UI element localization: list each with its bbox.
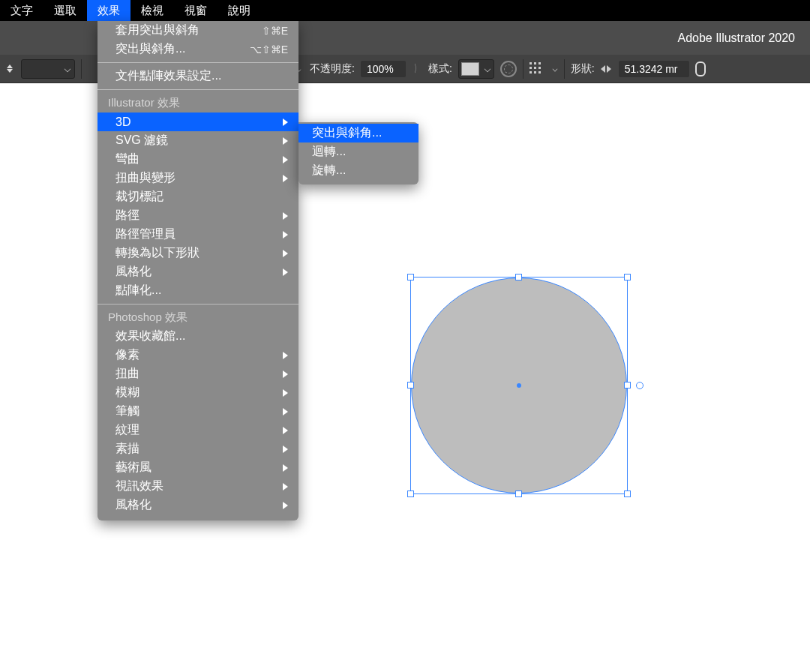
menuitem-3d-rotate[interactable]: 旋轉...: [298, 161, 418, 180]
menu-window[interactable]: 視窗: [174, 0, 218, 21]
submenu-arrow-icon: [283, 352, 288, 359]
submenu-arrow-icon: [283, 156, 288, 164]
align-icon[interactable]: [530, 62, 546, 76]
menuitem-stylize-ps[interactable]: 風格化: [98, 496, 298, 514]
menuitem-3d-revolve[interactable]: 迴轉...: [298, 142, 418, 161]
resize-handle[interactable]: [624, 382, 631, 388]
menu-view[interactable]: 檢視: [130, 0, 174, 21]
stroke-weight-stepper[interactable]: [4, 61, 15, 77]
divider: [564, 59, 565, 79]
menu-select[interactable]: 選取: [44, 0, 87, 21]
stroke-weight-combo[interactable]: [21, 59, 75, 79]
menuitem-effect-gallery[interactable]: 效果收藏館...: [98, 327, 298, 346]
submenu-arrow-icon: [283, 118, 288, 126]
menuitem-sketch[interactable]: 素描: [98, 440, 298, 458]
chevron-right-icon[interactable]: 〉: [414, 62, 420, 76]
menuitem-path[interactable]: 路徑: [98, 206, 298, 225]
menu-separator: [98, 62, 298, 63]
section-photoshop-effects: Photoshop 效果: [98, 308, 298, 327]
divider: [81, 59, 82, 79]
submenu-arrow-icon: [283, 389, 288, 397]
chevron-down-icon[interactable]: [552, 66, 557, 71]
menuitem-brush-strokes[interactable]: 筆觸: [98, 402, 298, 421]
submenu-arrow-icon: [283, 212, 288, 220]
submenu-arrow-icon: [283, 464, 288, 472]
menuitem-stylize-ai[interactable]: 風格化: [98, 262, 298, 281]
submenu-arrow-icon: [283, 446, 288, 453]
recolor-artwork-icon[interactable]: [500, 61, 517, 77]
submenu-3d: 突出與斜角... 迴轉... 旋轉...: [298, 122, 418, 184]
link-icon[interactable]: [695, 62, 706, 76]
menu-separator: [98, 304, 298, 304]
app-menubar: 文字 選取 效果 檢視 視窗 說明: [0, 0, 810, 21]
resize-handle[interactable]: [515, 274, 522, 280]
submenu-arrow-icon: [283, 502, 288, 509]
menuitem-warp[interactable]: 彎曲: [98, 150, 298, 169]
graphic-style-combo[interactable]: [458, 59, 494, 79]
menuitem-distort-ps[interactable]: 扭曲: [98, 364, 298, 383]
menuitem-blur[interactable]: 模糊: [98, 383, 298, 402]
resize-handle[interactable]: [407, 382, 414, 388]
menuitem-svg-filters[interactable]: SVG 濾鏡: [98, 131, 298, 150]
menuitem-artistic[interactable]: 藝術風: [98, 458, 298, 477]
selection-bounding-box[interactable]: [410, 277, 628, 494]
menuitem-video[interactable]: 視訊效果: [98, 477, 298, 496]
menuitem-apply-last-effect[interactable]: 套用突出與斜角 ⇧⌘E: [98, 21, 298, 40]
submenu-arrow-icon: [283, 427, 288, 434]
shape-width-value[interactable]: 51.3242 mr: [619, 61, 689, 77]
center-point-icon[interactable]: [517, 383, 521, 388]
pie-widget-icon[interactable]: [636, 382, 644, 389]
resize-handle[interactable]: [407, 490, 414, 497]
resize-handle[interactable]: [407, 274, 414, 280]
menu-separator: [98, 89, 298, 90]
submenu-arrow-icon: [283, 268, 288, 276]
resize-handle[interactable]: [624, 274, 631, 280]
menuitem-convert-to-shape[interactable]: 轉換為以下形狀: [98, 244, 298, 262]
opacity-value[interactable]: 100%: [361, 61, 406, 77]
menu-text[interactable]: 文字: [0, 0, 44, 21]
submenu-arrow-icon: [283, 370, 288, 378]
menuitem-pixelate[interactable]: 像素: [98, 346, 298, 364]
menuitem-distort-transform[interactable]: 扭曲與變形: [98, 169, 298, 188]
menuitem-last-effect-options[interactable]: 突出與斜角... ⌥⇧⌘E: [98, 40, 298, 58]
menu-effect[interactable]: 效果: [87, 0, 130, 21]
menuitem-texture[interactable]: 紋理: [98, 421, 298, 440]
submenu-arrow-icon: [283, 175, 288, 182]
effects-dropdown: 套用突出與斜角 ⇧⌘E 突出與斜角... ⌥⇧⌘E 文件點陣效果設定... Il…: [98, 21, 298, 520]
menuitem-3d-extrude-bevel[interactable]: 突出與斜角...: [298, 124, 418, 142]
submenu-arrow-icon: [283, 250, 288, 257]
menuitem-pathfinder[interactable]: 路徑管理員: [98, 225, 298, 244]
submenu-arrow-icon: [283, 137, 288, 145]
submenu-arrow-icon: [283, 408, 288, 416]
divider: [523, 59, 524, 79]
shape-label: 形狀:: [571, 62, 595, 76]
app-title: Adobe Illustrator 2020: [677, 32, 795, 45]
resize-handle[interactable]: [515, 490, 522, 497]
section-illustrator-effects: Illustrator 效果: [98, 94, 298, 112]
resize-handle[interactable]: [624, 490, 631, 497]
menuitem-rasterize[interactable]: 點陣化...: [98, 281, 298, 300]
style-swatch: [461, 62, 479, 76]
flip-icon[interactable]: [601, 64, 613, 74]
submenu-arrow-icon: [283, 483, 288, 490]
menu-help[interactable]: 說明: [218, 0, 261, 21]
menuitem-crop-marks[interactable]: 裁切標記: [98, 188, 298, 206]
submenu-arrow-icon: [283, 231, 288, 238]
opacity-label: 不透明度:: [310, 62, 355, 76]
menuitem-3d[interactable]: 3D: [98, 112, 298, 131]
menuitem-raster-settings[interactable]: 文件點陣效果設定...: [98, 67, 298, 86]
style-label: 樣式:: [428, 62, 452, 76]
